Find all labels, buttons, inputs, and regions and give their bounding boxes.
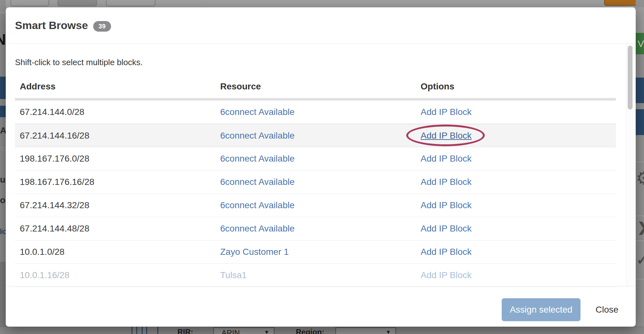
gear-icon[interactable]: ⚙ bbox=[636, 167, 644, 189]
background-orange-button[interactable] bbox=[604, 0, 638, 6]
table-border bbox=[157, 327, 158, 334]
background-block bbox=[636, 7, 644, 33]
background-button[interactable] bbox=[106, 0, 155, 6]
add-ip-block-link[interactable]: Add IP Block bbox=[421, 154, 472, 164]
table-row[interactable]: 10.0.1.0/28 Zayo Customer 1 Add IP Block bbox=[15, 240, 616, 264]
background-navy-block bbox=[636, 78, 644, 103]
smart-browse-modal: Smart Browse 39 Shift-click to select mu… bbox=[6, 7, 636, 327]
modal-footer: Assign selected Close bbox=[6, 286, 636, 327]
resource-link[interactable]: 6connect Available bbox=[220, 154, 295, 164]
add-ip-block-link[interactable]: Add IP Block bbox=[421, 200, 472, 210]
background-navy-block bbox=[0, 106, 6, 117]
modal-title: Smart Browse bbox=[15, 19, 88, 32]
column-header-address: Address bbox=[20, 81, 56, 92]
table-row[interactable]: 198.167.176.16/28 6connect Available Add… bbox=[15, 171, 616, 194]
dropdown-arrow-icon: ▼ bbox=[264, 329, 269, 334]
address-cell: 67.214.144.48/28 bbox=[20, 224, 89, 234]
divider bbox=[636, 162, 644, 162]
background-dark-block bbox=[0, 262, 6, 327]
scrollbar-thumb[interactable] bbox=[628, 46, 633, 110]
resource-link[interactable]: 6connect Available bbox=[220, 224, 295, 234]
resource-link[interactable]: 6connect Available bbox=[220, 200, 295, 210]
divider bbox=[636, 279, 644, 279]
dropdown-arrow-icon: ▼ bbox=[386, 329, 391, 334]
address-cell: 67.214.144.32/28 bbox=[20, 200, 89, 210]
address-cell: 67.214.144.16/28 bbox=[20, 131, 89, 141]
region-select[interactable]: ▼ bbox=[335, 327, 396, 334]
background-button[interactable] bbox=[57, 0, 97, 6]
add-ip-block-link[interactable]: Add IP Block bbox=[421, 270, 472, 280]
add-ip-block-link[interactable]: Add IP Block bbox=[421, 131, 472, 141]
close-button[interactable]: Close bbox=[588, 298, 625, 321]
resource-link[interactable]: 6connect Available bbox=[220, 131, 295, 141]
chevron-right-icon[interactable]: ❯ bbox=[637, 220, 644, 234]
add-ip-block-link[interactable]: Add IP Block bbox=[421, 224, 472, 234]
add-ip-block-link[interactable]: Add IP Block bbox=[421, 177, 472, 187]
assign-selected-button[interactable]: Assign selected bbox=[502, 298, 580, 321]
background-navy-block bbox=[0, 77, 6, 99]
check-icon[interactable]: ✓ bbox=[636, 252, 644, 268]
resource-link[interactable]: 6connect Available bbox=[220, 177, 295, 187]
add-ip-block-link[interactable]: Add IP Block bbox=[421, 247, 472, 257]
table-header-divider bbox=[15, 98, 616, 101]
table-row[interactable]: 10.0.1.16/28 Tulsa1 Add IP Block bbox=[15, 264, 616, 287]
table-border bbox=[142, 327, 143, 334]
table-border bbox=[146, 327, 147, 334]
divider bbox=[0, 12, 6, 13]
rir-select[interactable]: ARIN ▼ bbox=[213, 327, 274, 334]
address-cell: 198.167.176.0/28 bbox=[20, 154, 89, 164]
rir-label: RIR: bbox=[177, 328, 193, 334]
add-ip-block-link[interactable]: Add IP Block bbox=[421, 107, 472, 117]
table-row[interactable]: 67.214.144.0/28 6connect Available Add I… bbox=[15, 101, 616, 124]
table-border bbox=[131, 327, 132, 334]
table-body: 67.214.144.0/28 6connect Available Add I… bbox=[15, 101, 616, 287]
background-navy-block bbox=[636, 109, 644, 135]
column-header-options: Options bbox=[421, 81, 454, 92]
count-badge: 39 bbox=[93, 21, 111, 32]
table-row[interactable]: 67.214.144.48/28 6connect Available Add … bbox=[15, 217, 616, 240]
region-label: Region: bbox=[296, 328, 324, 334]
address-cell: 198.167.176.16/28 bbox=[20, 177, 94, 187]
table-row[interactable]: 198.167.176.0/28 6connect Available Add … bbox=[15, 147, 616, 171]
table-row[interactable]: 67.214.144.32/28 6connect Available Add … bbox=[15, 194, 616, 217]
screen: N A ns u o lic V ⚙ ❯ ✓ RIR: ARIN ▼ Regio… bbox=[0, 0, 644, 334]
hint-text: Shift-click to select multiple blocks. bbox=[15, 57, 143, 67]
table-border bbox=[136, 327, 137, 334]
address-cell: 10.0.1.0/28 bbox=[20, 247, 64, 257]
rir-select-value: ARIN bbox=[221, 329, 240, 334]
column-header-resource: Resource bbox=[220, 81, 261, 92]
divider bbox=[636, 216, 644, 216]
resource-link[interactable]: 6connect Available bbox=[220, 107, 295, 117]
table-row[interactable]: 67.214.144.16/28 6connect Available Add … bbox=[15, 124, 616, 147]
modal-header: Smart Browse 39 bbox=[6, 7, 636, 44]
resource-link[interactable]: Tulsa1 bbox=[220, 270, 247, 280]
address-cell: 67.214.144.0/28 bbox=[20, 107, 84, 117]
background-button[interactable] bbox=[11, 0, 49, 6]
background-green-button[interactable]: V bbox=[636, 33, 644, 54]
resource-link[interactable]: Zayo Customer 1 bbox=[220, 247, 289, 257]
address-cell: 10.0.1.16/28 bbox=[20, 270, 70, 280]
divider bbox=[636, 240, 644, 241]
background-text-fragment: u bbox=[0, 175, 5, 185]
background-text-fragment: N bbox=[0, 31, 6, 48]
background-text-fragment: o bbox=[0, 195, 5, 205]
